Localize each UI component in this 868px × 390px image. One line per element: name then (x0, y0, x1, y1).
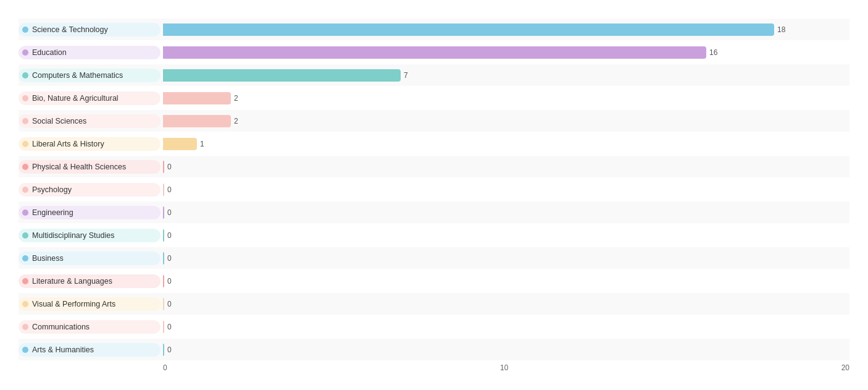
bar-row: Literature & Languages0 (19, 270, 849, 292)
bar-value-label: 0 (167, 208, 172, 217)
label-pill: Arts & Humanities (19, 343, 161, 357)
label-dot (22, 95, 28, 101)
bar-wrapper: 0 (163, 247, 849, 269)
bar-row: Social Sciences2 (19, 110, 849, 132)
label-pill: Psychology (19, 183, 161, 197)
bar-label: Computers & Mathematics (32, 71, 123, 80)
label-dot (22, 187, 28, 193)
x-axis-label: 10 (500, 363, 508, 372)
bar-wrapper: 0 (163, 224, 849, 246)
x-axis-label: 0 (163, 363, 167, 372)
bar-wrapper: 0 (163, 293, 849, 315)
bar-value-label: 0 (167, 277, 172, 286)
label-pill: Education (19, 46, 161, 59)
bar-row: Multidisciplinary Studies0 (19, 224, 849, 246)
label-dot (22, 141, 28, 147)
label-dot (22, 49, 28, 56)
label-dot (22, 347, 28, 353)
bar-fill (163, 252, 164, 265)
x-axis-label: 20 (841, 363, 849, 372)
bar-fill (163, 344, 164, 356)
label-pill: Business (19, 252, 161, 265)
bar-row: Arts & Humanities0 (19, 339, 849, 360)
bar-value-label: 16 (709, 48, 717, 57)
bar-label: Multidisciplinary Studies (32, 231, 114, 240)
label-pill: Science & Technology (19, 23, 161, 36)
bars-container: Science & Technology18Education16Compute… (19, 19, 849, 360)
bar-row: Computers & Mathematics7 (19, 64, 849, 86)
bar-wrapper: 0 (163, 201, 849, 223)
bar-label: Business (32, 254, 64, 263)
bar-row: Psychology0 (19, 179, 849, 200)
bar-fill (163, 275, 164, 287)
bar-label: Visual & Performing Arts (32, 300, 115, 308)
bar-fill (163, 229, 164, 242)
bar-row: Liberal Arts & History1 (19, 133, 849, 155)
bar-row: Education16 (19, 41, 849, 63)
label-dot (22, 301, 28, 307)
bar-row: Bio, Nature & Agricultural2 (19, 87, 849, 109)
label-dot (22, 72, 28, 78)
label-dot (22, 255, 28, 261)
bar-label: Social Sciences (32, 117, 86, 125)
bar-label: Physical & Health Sciences (32, 163, 126, 171)
bar-wrapper: 18 (163, 19, 849, 40)
bar-label: Arts & Humanities (32, 345, 94, 354)
bar-value-label: 7 (404, 71, 408, 80)
bar-fill (163, 138, 197, 150)
bar-fill (163, 184, 164, 196)
x-axis: 01020 (19, 363, 849, 372)
bar-row: Communications0 (19, 316, 849, 337)
bar-wrapper: 0 (163, 179, 849, 200)
bar-wrapper: 2 (163, 87, 849, 109)
chart-wrapper: Science & Technology18Education16Compute… (19, 19, 849, 372)
label-dot (22, 210, 28, 216)
label-dot (22, 278, 28, 284)
label-pill: Engineering (19, 206, 161, 219)
bar-fill (163, 69, 401, 82)
bar-value-label: 1 (200, 140, 204, 148)
bar-row: Business0 (19, 247, 849, 269)
bar-wrapper: 0 (163, 270, 849, 292)
label-pill: Communications (19, 320, 161, 334)
label-dot (22, 232, 28, 239)
bar-fill (163, 321, 164, 333)
bar-row: Physical & Health Sciences0 (19, 156, 849, 177)
bar-value-label: 2 (234, 94, 238, 103)
bar-fill (163, 23, 774, 36)
label-pill: Literature & Languages (19, 274, 161, 288)
label-pill: Multidisciplinary Studies (19, 229, 161, 242)
bar-fill (163, 206, 164, 219)
bar-label: Literature & Languages (32, 277, 112, 286)
bar-fill (163, 298, 164, 310)
bar-label: Engineering (32, 208, 73, 217)
label-pill: Social Sciences (19, 114, 161, 128)
bar-label: Science & Technology (32, 25, 108, 34)
bar-row: Engineering0 (19, 201, 849, 223)
label-dot (22, 164, 28, 170)
bar-label: Communications (32, 323, 90, 331)
bar-wrapper: 16 (163, 41, 849, 63)
bar-value-label: 0 (167, 231, 172, 240)
bar-wrapper: 0 (163, 316, 849, 337)
label-pill: Physical & Health Sciences (19, 160, 161, 174)
bar-value-label: 0 (167, 300, 172, 308)
label-dot (22, 324, 28, 330)
bar-value-label: 0 (167, 323, 172, 331)
bar-value-label: 0 (167, 254, 172, 263)
label-dot (22, 27, 28, 33)
bar-value-label: 0 (167, 185, 172, 194)
bar-fill (163, 92, 231, 104)
label-pill: Visual & Performing Arts (19, 297, 161, 311)
bar-label: Liberal Arts & History (32, 140, 104, 148)
bar-wrapper: 7 (163, 64, 849, 86)
label-pill: Computers & Mathematics (19, 69, 161, 82)
bar-value-label: 18 (777, 25, 785, 34)
bar-row: Visual & Performing Arts0 (19, 293, 849, 315)
label-dot (22, 118, 28, 124)
bar-fill (163, 115, 231, 127)
bar-label: Bio, Nature & Agricultural (32, 94, 119, 103)
bar-fill (163, 46, 706, 59)
label-pill: Bio, Nature & Agricultural (19, 91, 161, 105)
bar-row: Science & Technology18 (19, 19, 849, 40)
